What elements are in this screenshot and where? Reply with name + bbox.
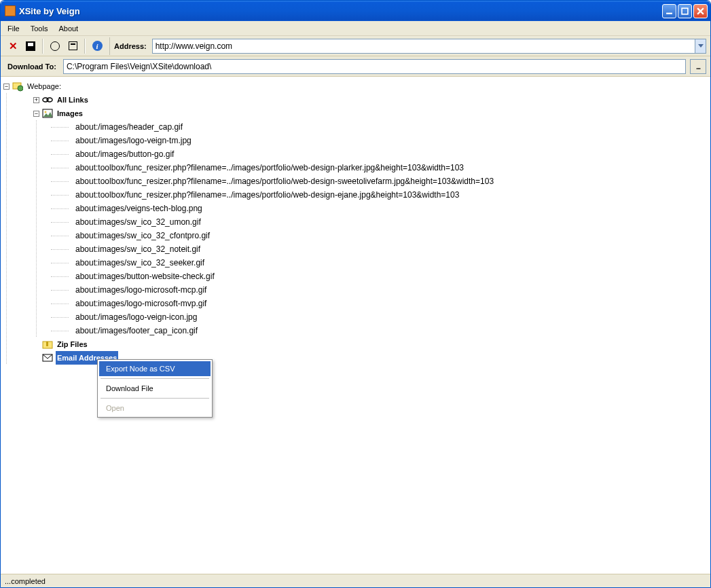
save-button[interactable] [22, 38, 39, 54]
tree-leaf-text: about:/images/footer_cap_icon.gif [75, 324, 198, 337]
svg-point-7 [45, 111, 47, 113]
toolbar-separator [84, 39, 86, 54]
tree-node-zip-files[interactable]: Zip Files [18, 337, 710, 351]
tree-node-all-links[interactable]: + All Links [18, 93, 710, 107]
menu-separator [101, 378, 209, 379]
address-label: Address: [109, 37, 151, 55]
info-icon: i [92, 41, 103, 51]
delete-button[interactable]: ✕ [5, 38, 21, 54]
address-input[interactable] [152, 39, 695, 54]
link-icon [42, 94, 53, 105]
tree-leaf-text: about:/images/header_cap.gif [75, 120, 183, 134]
tree-leaf-image[interactable]: about:toolbox/func_resizer.php?filename=… [48, 188, 710, 202]
address-wrap [152, 39, 706, 54]
close-icon [697, 7, 704, 15]
email-icon [42, 352, 53, 363]
svg-rect-0 [666, 12, 672, 14]
download-path-input[interactable] [63, 59, 686, 74]
menubar: File Tools About [1, 21, 710, 36]
svg-rect-1 [682, 8, 688, 14]
statusbar: ...completed [1, 574, 710, 587]
tree-label-all-links: All Links [56, 93, 90, 107]
tree-leaf-image[interactable]: about:/images/footer_cap_icon.gif [48, 324, 710, 337]
webpage-icon [12, 81, 23, 92]
schedule-button[interactable] [65, 38, 81, 54]
maximize-icon [681, 7, 689, 15]
minimize-button[interactable] [662, 4, 676, 18]
tree: − Webpage: + [3, 79, 710, 365]
tree-leaf-text: about:images/logo-microsoft-mvp.gif [75, 297, 206, 310]
tree-leaf-text: about:images/sw_ico_32_umon.gif [75, 215, 201, 229]
tree-leaf-image[interactable]: about:images/sw_ico_32_umon.gif [48, 215, 710, 229]
browse-button[interactable]: ... [690, 59, 706, 74]
context-menu-open[interactable]: Open [99, 401, 211, 416]
tree-leaf-text: about:/images/logo-veign-icon.jpg [75, 310, 197, 324]
titlebar: XSite by Veign [1, 1, 710, 21]
tree-leaf-text: about:images/sw_ico_32_seeker.gif [75, 256, 204, 270]
toolbar-separator [42, 39, 43, 54]
tree-leaf-image[interactable]: about:images/sw_ico_32_seeker.gif [48, 256, 710, 270]
tree-leaf-image[interactable]: about:images/sw_ico_32_noteit.gif [48, 242, 710, 256]
image-icon [42, 108, 53, 119]
tree-leaf-image[interactable]: about:images/sw_ico_32_cfontpro.gif [48, 229, 710, 242]
save-icon [26, 41, 35, 51]
globe-button[interactable] [47, 38, 63, 54]
tree-leaf-image[interactable]: about:toolbox/func_resizer.php?filename=… [48, 161, 710, 174]
calendar-icon [69, 41, 77, 50]
collapse-toggle[interactable]: − [3, 84, 10, 90]
tree-leaf-text: about:images/sw_ico_32_cfontpro.gif [75, 229, 210, 242]
tree-leaf-image[interactable]: about:toolbox/func_resizer.php?filename=… [48, 174, 710, 188]
window-buttons [662, 4, 708, 18]
tree-leaf-text: about:toolbox/func_resizer.php?filename=… [75, 174, 494, 188]
tree-leaf-text: about:/images/logo-veign-tm.jpg [75, 134, 192, 147]
tree-leaf-text: about:toolbox/func_resizer.php?filename=… [75, 161, 464, 174]
context-menu-export-csv[interactable]: Export Node as CSV [99, 361, 211, 376]
menu-separator [101, 398, 209, 399]
tree-label-images: Images [56, 107, 84, 120]
menu-file[interactable]: File [2, 22, 25, 35]
tree-leaf-image[interactable]: about:/images/button-go.gif [48, 147, 710, 161]
tree-node-images[interactable]: − Images [18, 107, 710, 120]
tree-leaf-image[interactable]: about:images/logo-microsoft-mcp.gif [48, 283, 710, 297]
globe-icon [50, 41, 60, 51]
tree-leaf-text: about:/images/button-go.gif [75, 147, 174, 161]
tree-leaf-image[interactable]: about:/images/logo-veign-icon.jpg [48, 310, 710, 324]
tree-leaf-text: about:images/button-website-check.gif [75, 270, 215, 283]
tree-leaf-text: about:images/sw_ico_32_noteit.gif [75, 242, 200, 256]
info-button[interactable]: i [89, 38, 105, 54]
x-icon: ✕ [9, 40, 18, 52]
zip-icon [42, 339, 53, 350]
app-window: XSite by Veign File Tools About ✕ i Addr… [0, 0, 711, 588]
context-menu-download-file[interactable]: Download File [99, 381, 211, 396]
menu-about[interactable]: About [53, 22, 84, 35]
tree-leaf-image[interactable]: about:images/logo-microsoft-mvp.gif [48, 297, 710, 310]
tree-leaf-image[interactable]: about:/images/header_cap.gif [48, 120, 710, 134]
svg-point-3 [18, 86, 23, 91]
menu-tools[interactable]: Tools [25, 22, 54, 35]
context-menu: Export Node as CSV Download File Open [97, 359, 213, 418]
chevron-down-icon [698, 44, 704, 48]
app-icon [5, 5, 16, 16]
toolbar: ✕ i Address: [1, 36, 710, 56]
download-to-label: Download To: [5, 62, 59, 71]
tree-node-webpage[interactable]: − Webpage: [3, 79, 710, 93]
tree-label-webpage: Webpage: [26, 79, 62, 93]
status-text: ...completed [5, 577, 45, 585]
address-dropdown-button[interactable] [695, 39, 706, 54]
tree-leaf-text: about:images/veigns-tech-blog.png [75, 202, 202, 215]
maximize-button[interactable] [678, 4, 692, 18]
tree-leaf-text: about:toolbox/func_resizer.php?filename=… [75, 188, 459, 202]
minimize-icon [666, 7, 673, 15]
download-row: Download To: ... [1, 56, 710, 77]
tree-leaf-image[interactable]: about:/images/logo-veign-tm.jpg [48, 134, 710, 147]
tree-label-zip-files: Zip Files [56, 337, 89, 351]
svg-point-5 [47, 98, 52, 102]
tree-leaf-text: about:images/logo-microsoft-mcp.gif [75, 283, 206, 297]
collapse-toggle[interactable]: − [33, 111, 39, 117]
tree-area: − Webpage: + [1, 77, 710, 574]
expand-toggle[interactable]: + [33, 97, 39, 103]
close-button[interactable] [693, 4, 708, 18]
tree-leaf-image[interactable]: about:images/button-website-check.gif [48, 270, 710, 283]
window-title: XSite by Veign [19, 6, 662, 16]
tree-leaf-image[interactable]: about:images/veigns-tech-blog.png [48, 202, 710, 215]
